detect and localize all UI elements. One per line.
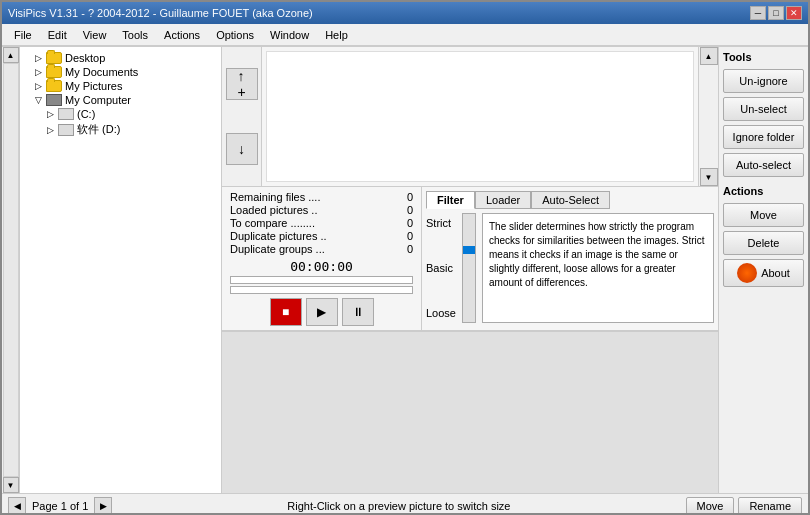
- expand-desktop[interactable]: ▷: [32, 52, 44, 64]
- drive-icon-c: [58, 108, 74, 120]
- tree-item-ddrive[interactable]: ▷ 软件 (D:): [20, 121, 221, 138]
- stat-groups-label: Duplicate groups ...: [230, 243, 325, 255]
- stat-dup-label: Duplicate pictures ..: [230, 230, 327, 242]
- menu-actions[interactable]: Actions: [156, 27, 208, 43]
- expand-ddrive[interactable]: ▷: [44, 124, 56, 136]
- computer-icon: [46, 94, 62, 106]
- tree-item-pictures[interactable]: ▷ My Pictures: [20, 79, 221, 93]
- delete-button[interactable]: Delete: [723, 231, 804, 255]
- ignore-folder-button[interactable]: Ignore folder: [723, 125, 804, 149]
- menu-tools[interactable]: Tools: [114, 27, 156, 43]
- tree-item-computer[interactable]: ▽ My Computer: [20, 93, 221, 107]
- image-scroll-down[interactable]: ▼: [700, 168, 718, 186]
- menu-window[interactable]: Window: [262, 27, 317, 43]
- tree-label-computer: My Computer: [65, 94, 131, 106]
- filter-labels: Strict Basic Loose: [426, 213, 456, 323]
- stat-compare-label: To compare ........: [230, 217, 315, 229]
- status-rename-button[interactable]: Rename: [738, 497, 802, 515]
- menu-bar: File Edit View Tools Actions Options Win…: [2, 24, 808, 46]
- move-button[interactable]: Move: [723, 203, 804, 227]
- folder-icon-desktop: [46, 52, 62, 64]
- window-controls: ─ □ ✕: [750, 6, 802, 20]
- play-button[interactable]: ▶: [306, 298, 338, 326]
- about-btn-label: About: [761, 267, 790, 279]
- stop-button[interactable]: ■: [270, 298, 302, 326]
- stat-loaded-value: 0: [407, 204, 413, 216]
- pause-button[interactable]: ⏸: [342, 298, 374, 326]
- status-hint: Right-Click on a preview picture to swit…: [112, 500, 685, 512]
- main-container: ▲ ▼ ▷ Desktop ▷ My Documents ▷: [2, 46, 808, 493]
- app-title: VisiPics V1.31 - ? 2004-2012 - Guillaume…: [8, 7, 313, 19]
- filter-slider[interactable]: [462, 213, 476, 323]
- stat-dup-value: 0: [407, 230, 413, 242]
- label-loose: Loose: [426, 307, 456, 319]
- nav-up-button[interactable]: ↑+: [226, 68, 258, 100]
- stat-duplicates: Duplicate pictures .. 0: [230, 230, 413, 242]
- timer-display: 00:00:00: [230, 259, 413, 274]
- expand-documents[interactable]: ▷: [32, 66, 44, 78]
- tree-label-ddrive: 软件 (D:): [77, 122, 120, 137]
- expand-cdrive[interactable]: ▷: [44, 108, 56, 120]
- stat-remaining: Remaining files .... 0: [230, 191, 413, 203]
- file-tree: ▷ Desktop ▷ My Documents ▷ My Pictures: [20, 47, 221, 493]
- scroll-down-btn[interactable]: ▼: [3, 477, 19, 493]
- about-button[interactable]: About: [723, 259, 804, 287]
- maximize-button[interactable]: □: [768, 6, 784, 20]
- folder-icon-pictures: [46, 80, 62, 92]
- tree-scrollbar[interactable]: ▲ ▼: [2, 47, 20, 493]
- label-strict: Strict: [426, 217, 456, 229]
- unselect-button[interactable]: Un-select: [723, 97, 804, 121]
- stat-groups-value: 0: [407, 243, 413, 255]
- tab-auto-select[interactable]: Auto-Select: [531, 191, 610, 209]
- status-bar: ◀ Page 1 of 1 ▶ Right-Click on a preview…: [2, 493, 808, 515]
- stats-panel: Remaining files .... 0 Loaded pictures .…: [222, 187, 422, 330]
- label-basic: Basic: [426, 262, 456, 274]
- auto-select-button[interactable]: Auto-select: [723, 153, 804, 177]
- filter-description: The slider determines how strictly the p…: [482, 213, 714, 323]
- playback-controls: ■ ▶ ⏸: [230, 298, 413, 326]
- expand-computer[interactable]: ▽: [32, 94, 44, 106]
- minimize-button[interactable]: ─: [750, 6, 766, 20]
- page-label: Page 1 of 1: [32, 500, 88, 512]
- tree-item-cdrive[interactable]: ▷ (C:): [20, 107, 221, 121]
- close-button[interactable]: ✕: [786, 6, 802, 20]
- tree-item-documents[interactable]: ▷ My Documents: [20, 65, 221, 79]
- bottom-preview: [222, 331, 718, 493]
- scroll-up-btn[interactable]: ▲: [3, 47, 19, 63]
- page-next-btn[interactable]: ▶: [94, 497, 112, 515]
- expand-pictures[interactable]: ▷: [32, 80, 44, 92]
- menu-view[interactable]: View: [75, 27, 115, 43]
- filter-panel: Filter Loader Auto-Select Strict Basic L…: [422, 187, 718, 330]
- image-scroll-up[interactable]: ▲: [700, 47, 718, 65]
- left-panel: ▲ ▼ ▷ Desktop ▷ My Documents ▷: [2, 47, 222, 493]
- tools-panel: Tools Un-ignore Un-select Ignore folder …: [718, 47, 808, 493]
- tree-label-desktop: Desktop: [65, 52, 105, 64]
- actions-section-label: Actions: [723, 185, 804, 197]
- page-prev-btn[interactable]: ◀: [8, 497, 26, 515]
- stat-loaded: Loaded pictures .. 0: [230, 204, 413, 216]
- folder-icon-documents: [46, 66, 62, 78]
- status-left: ◀ Page 1 of 1 ▶: [8, 497, 112, 515]
- unignore-button[interactable]: Un-ignore: [723, 69, 804, 93]
- tools-section-label: Tools: [723, 51, 804, 63]
- progress-bar-2: [230, 286, 413, 294]
- tree-label-documents: My Documents: [65, 66, 138, 78]
- stat-compare-value: 0: [407, 217, 413, 229]
- status-move-button[interactable]: Move: [686, 497, 735, 515]
- stat-loaded-label: Loaded pictures ..: [230, 204, 317, 216]
- filter-content: Strict Basic Loose The slider determines…: [426, 213, 714, 323]
- center-panel: ↑+ ↓ ▲ ▼ Remaining files .... 0 Loaded p…: [222, 47, 718, 493]
- tab-filter[interactable]: Filter: [426, 191, 475, 209]
- tree-item-desktop[interactable]: ▷ Desktop: [20, 51, 221, 65]
- tree-label-pictures: My Pictures: [65, 80, 122, 92]
- slider-thumb: [463, 246, 475, 254]
- menu-help[interactable]: Help: [317, 27, 356, 43]
- menu-file[interactable]: File: [6, 27, 40, 43]
- menu-options[interactable]: Options: [208, 27, 262, 43]
- tab-loader[interactable]: Loader: [475, 191, 531, 209]
- image-nav-right: ▲ ▼: [698, 47, 718, 186]
- menu-edit[interactable]: Edit: [40, 27, 75, 43]
- image-area: ↑+ ↓ ▲ ▼: [222, 47, 718, 187]
- nav-down-button[interactable]: ↓: [226, 133, 258, 165]
- filter-tabs: Filter Loader Auto-Select: [426, 191, 714, 209]
